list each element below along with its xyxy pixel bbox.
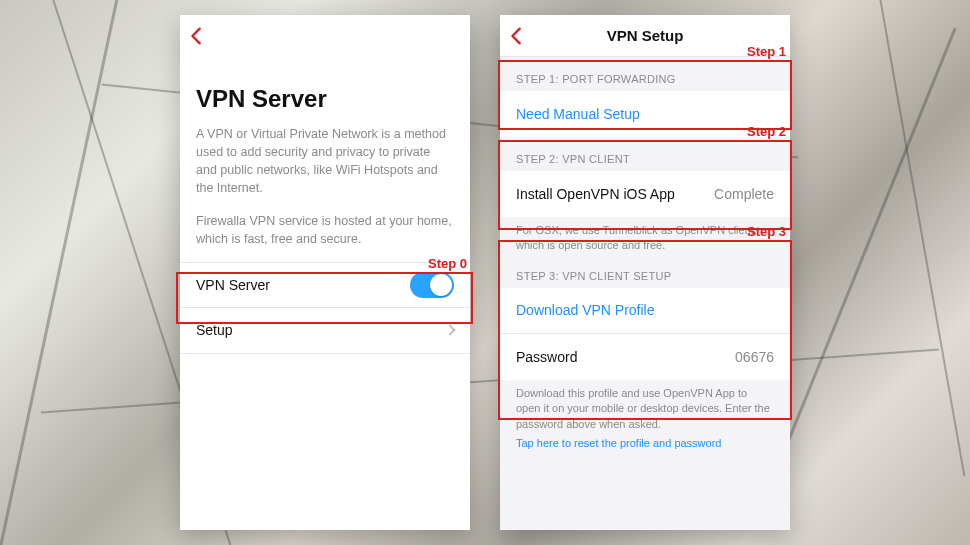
- step3-header: STEP 3: VPN CLIENT SETUP: [500, 254, 790, 288]
- description-1: A VPN or Virtual Private Network is a me…: [196, 125, 454, 198]
- step2-row-install-app[interactable]: Install OpenVPN iOS App Complete: [500, 171, 790, 217]
- vpn-server-switch[interactable]: [410, 272, 454, 298]
- install-app-label: Install OpenVPN iOS App: [516, 186, 675, 202]
- setup-row[interactable]: Setup: [180, 308, 470, 354]
- vpn-server-toggle-row[interactable]: VPN Server: [180, 262, 470, 308]
- setup-label: Setup: [196, 322, 233, 338]
- reset-profile-link[interactable]: Tap here to reset the profile and passwo…: [500, 432, 790, 451]
- need-manual-setup-link: Need Manual Setup: [516, 106, 640, 122]
- step3-row-download-profile[interactable]: Download VPN Profile: [500, 288, 790, 334]
- download-profile-link: Download VPN Profile: [516, 302, 655, 318]
- navbar: [180, 15, 470, 57]
- description-2: Firewalla VPN service is hosted at your …: [196, 212, 454, 248]
- nav-title: VPN Setup: [500, 27, 790, 44]
- step2-header: STEP 2: VPN CLIENT: [500, 137, 790, 171]
- back-icon[interactable]: [186, 25, 208, 47]
- navbar: VPN Setup: [500, 15, 790, 57]
- step2-footer: For OSX, we use Tunnelblick as OpenVPN c…: [500, 217, 790, 254]
- step1-header: STEP 1: PORT FORWARDING: [500, 57, 790, 91]
- password-label: Password: [516, 349, 577, 365]
- install-app-status: Complete: [714, 186, 774, 202]
- page-title: VPN Server: [196, 85, 454, 113]
- toggle-label: VPN Server: [196, 277, 270, 293]
- phone-vpn-setup: VPN Setup STEP 1: PORT FORWARDING Need M…: [500, 15, 790, 530]
- step1-row-manual-setup[interactable]: Need Manual Setup: [500, 91, 790, 137]
- password-value: 06676: [735, 349, 774, 365]
- step3-footer: Download this profile and use OpenVPN Ap…: [500, 380, 790, 432]
- step3-row-password: Password 06676: [500, 334, 790, 380]
- phone-vpn-server: VPN Server A VPN or Virtual Private Netw…: [180, 15, 470, 530]
- chevron-right-icon: [444, 325, 455, 336]
